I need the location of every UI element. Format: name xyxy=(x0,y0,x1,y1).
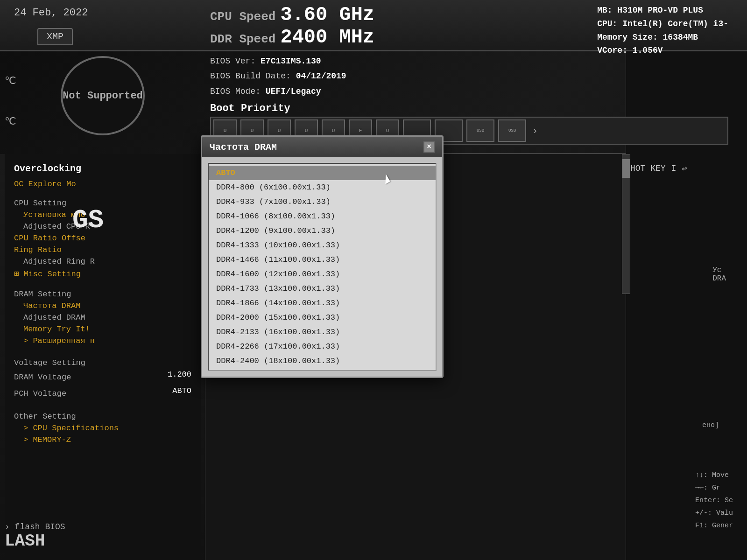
overclocking-title: Overclocking xyxy=(14,163,191,174)
top-bar: 24 Feb, 2022 CPU Speed 3.60 GHz DDR Spee… xyxy=(0,0,747,51)
mb-label: MB: xyxy=(597,6,612,15)
eno-label: ено] xyxy=(702,421,719,429)
modal-list-item[interactable]: DDR4-2133 (16x100.00x1.33) xyxy=(209,325,436,339)
top-right-info: MB: H310M PRO-VD PLUS CPU: Intel(R) Core… xyxy=(597,4,728,57)
modal-list-item[interactable]: DDR4-1200 (9x100.00x1.33) xyxy=(209,224,436,238)
cpu-info-label: CPU: xyxy=(597,19,617,28)
dram-freq-item[interactable]: Частота DRAM xyxy=(14,301,191,310)
ddr-speed-label: DDR Speed xyxy=(210,32,275,46)
adjusted-ring-item: Adjusted Ring R xyxy=(14,257,191,266)
modal-list-item[interactable]: DDR4-1466 (11x100.00x1.33) xyxy=(209,252,436,267)
ddr-speed-value: 2400 MHz xyxy=(280,26,374,49)
dram-voltage-row: DRAM Voltage 1.200 xyxy=(14,370,191,385)
dram-voltage-value: 1.200 xyxy=(168,370,191,385)
temp-icon-2: ℃ xyxy=(5,115,33,128)
rasshirennaya-item[interactable]: > Расширенная н xyxy=(14,336,191,345)
vcore-label: VCore: xyxy=(597,46,627,55)
modal-titlebar: Частота DRAM × xyxy=(202,137,442,157)
modal-list-item[interactable]: DDR4-1333 (10x100.00x1.33) xyxy=(209,238,436,252)
modal-list-item[interactable]: DDR4-1866 (14x100.00x1.33) xyxy=(209,296,436,310)
adjusted-dram-item: Adjusted DRAM xyxy=(14,313,191,322)
bios-info-section: BIOS Ver: E7C13IMS.130 BIOS Build Date: … xyxy=(210,54,346,99)
cpu-speed-label: CPU Speed xyxy=(210,10,275,24)
scrollbar-thumb[interactable] xyxy=(622,159,630,178)
bios-mode-value: UEFI/Legacy xyxy=(266,87,321,96)
boot-device-usb2[interactable]: USB xyxy=(498,119,526,142)
boot-arrow: › xyxy=(532,126,538,136)
temp-icons: ℃ ℃ xyxy=(5,70,33,128)
hotkey-sep: I xyxy=(671,164,677,173)
bios-mode-label: BIOS Mode: xyxy=(210,87,261,96)
keyboard-hints: ↑↓: Move →←: Gr Enter: Se +/-: Valu F1: … xyxy=(695,469,733,532)
cpu-info-value: Intel(R) Core(TM) i3- xyxy=(622,19,728,28)
modal-body: АВТОDDR4-800 (6x100.00x1.33)DDR4-933 (7x… xyxy=(202,157,442,377)
hint-group: →←: Gr xyxy=(695,482,733,494)
cpu-info-block: CPU Speed 3.60 GHz DDR Speed 2400 MHz xyxy=(210,0,374,52)
hint-plusminus: +/-: Valu xyxy=(695,507,733,519)
oc-explore-item[interactable]: OC Explore Mo xyxy=(14,180,191,189)
modal-list-item[interactable]: DDR4-2400 (18x100.00x1.33) xyxy=(209,354,436,368)
modal-list-item[interactable]: DDR4-800 (6x100.00x1.33) xyxy=(209,180,436,195)
other-setting-label: Other Setting xyxy=(14,412,191,421)
modal-list-item[interactable]: DDR4-1066 (8x100.00x1.33) xyxy=(209,209,436,224)
right-uc-label: Ус xyxy=(712,266,726,274)
dram-setting-label: DRAM Setting xyxy=(14,290,191,299)
bios-build-label: BIOS Build Date: xyxy=(210,71,291,81)
modal-list-item[interactable]: DDR4-1600 (12x100.00x1.33) xyxy=(209,267,436,281)
flash-bios-acronym: LASH xyxy=(5,532,65,551)
scrollbar-track[interactable] xyxy=(622,154,630,294)
xmp-badge[interactable]: XMP xyxy=(37,28,73,45)
bios-ver-value: E7C13IMS.130 xyxy=(261,56,321,66)
pch-voltage-row: PCH Voltage АВТО xyxy=(14,386,191,401)
flash-bios-label: › flash BIOS xyxy=(5,522,65,532)
modal-list-item[interactable]: DDR4-933 (7x100.00x1.33) xyxy=(209,195,436,209)
dram-voltage-label[interactable]: DRAM Voltage xyxy=(14,373,71,382)
not-supported-badge: Not Supported xyxy=(61,56,145,135)
boot-device-usb1[interactable]: USB xyxy=(466,119,494,142)
flash-bios-section: › flash BIOS LASH xyxy=(5,522,65,551)
hint-f1: F1: Gener xyxy=(695,519,733,532)
hint-enter: Enter: Se xyxy=(695,494,733,507)
boot-priority-label: Boot Priority xyxy=(210,103,290,114)
memory-value: 16384MB xyxy=(663,33,698,42)
modal-close-button[interactable]: × xyxy=(423,141,435,153)
modal-list-item[interactable]: DDR4-2266 (17x100.00x1.33) xyxy=(209,339,436,354)
gs-label: GS xyxy=(72,205,104,235)
hotkey-label: HOT KEY xyxy=(630,164,666,173)
memory-z-item[interactable]: > MEMORY-Z xyxy=(14,435,191,444)
bios-ver-label: BIOS Ver: xyxy=(210,56,255,66)
hotkey-back: ↩ xyxy=(682,163,687,174)
hotkey-area: HOT KEY I ↩ xyxy=(630,154,733,174)
ring-ratio-item[interactable]: Ring Ratio xyxy=(14,245,191,254)
vcore-value: 1.056V xyxy=(633,46,663,55)
voltage-setting-label: Voltage Setting xyxy=(14,358,191,367)
bios-date: 24 Feb, 2022 xyxy=(14,7,88,19)
hint-move: ↑↓: Move xyxy=(695,469,733,482)
misc-setting-item[interactable]: ⊞ Misc Setting xyxy=(14,269,191,279)
mb-value: H310M PRO-VD PLUS xyxy=(617,6,703,15)
modal-list-item[interactable]: АВТО xyxy=(209,166,436,180)
dram-frequency-modal: Частота DRAM × АВТОDDR4-800 (6x100.00x1.… xyxy=(201,135,444,378)
temp-icon-1: ℃ xyxy=(5,75,33,87)
right-dra-label: DRA xyxy=(712,274,726,283)
modal-list-item[interactable]: DDR4-2000 (15x100.00x1.33) xyxy=(209,310,436,325)
cpu-spec-item[interactable]: > CPU Specifications xyxy=(14,424,191,433)
modal-title: Частота DRAM xyxy=(210,142,277,153)
bios-build-value: 04/12/2019 xyxy=(296,71,346,81)
right-panel-text: Ус DRA xyxy=(712,266,726,283)
cpu-speed-value: 3.60 GHz xyxy=(280,4,374,26)
pch-voltage-value: АВТО xyxy=(172,386,191,401)
modal-list[interactable]: АВТОDDR4-800 (6x100.00x1.33)DDR4-933 (7x… xyxy=(208,163,437,371)
modal-list-item[interactable]: DDR4-1733 (13x100.00x1.33) xyxy=(209,281,436,296)
not-supported-text: Not Supported xyxy=(63,90,143,102)
memory-label: Memory Size: xyxy=(597,33,658,42)
pch-voltage-label[interactable]: PCH Voltage xyxy=(14,389,66,398)
memory-try-item[interactable]: Memory Try It! xyxy=(14,325,191,334)
